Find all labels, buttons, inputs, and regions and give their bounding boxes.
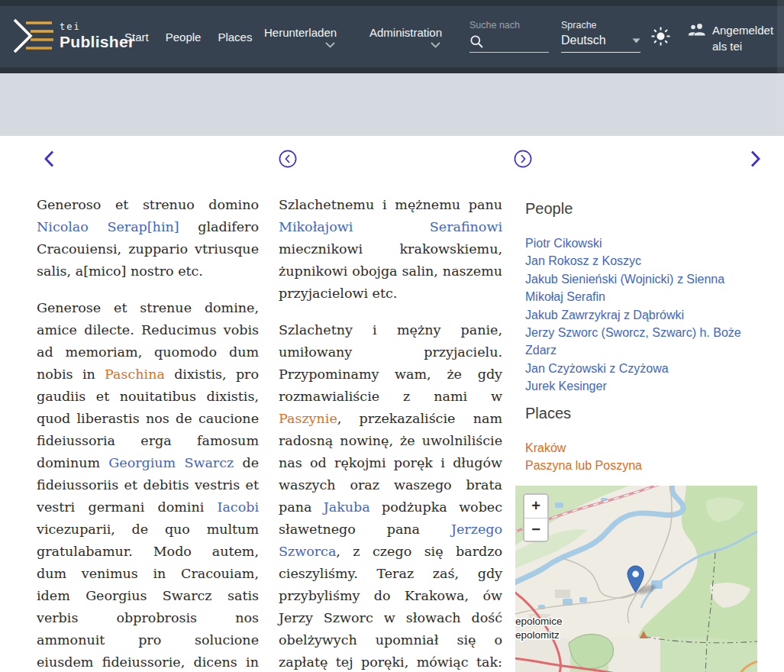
top-navbar: tei Publisher StartPeoplePlaces Herunter… bbox=[0, 0, 784, 73]
sidebar: People Piotr CikowskiJan Rokosz z Koszyc… bbox=[525, 199, 759, 474]
chevron-right-icon bbox=[750, 150, 762, 168]
list-item: Paszyna lub Poszyna bbox=[525, 457, 759, 474]
places-heading: Places bbox=[525, 403, 759, 423]
polish-text-column: Szlachetnemu i mężnemu panu Mikołajowi S… bbox=[279, 194, 502, 672]
map-zoom-out-button[interactable]: − bbox=[524, 518, 547, 541]
map-label-line2: iepolomitz bbox=[515, 629, 560, 641]
chevron-left-icon bbox=[43, 150, 55, 168]
people-list: Piotr CikowskiJan Rokosz z KoszycJakub S… bbox=[525, 234, 759, 396]
list-item: Piotr Cikowski bbox=[525, 234, 759, 252]
latin-text-column: Generoso et strenuo domino Nicolao Serap… bbox=[37, 194, 259, 672]
theme-toggle-button[interactable] bbox=[651, 27, 670, 49]
place-link[interactable]: Kraków bbox=[525, 441, 566, 454]
tei-publisher-app: tei Publisher StartPeoplePlaces Herunter… bbox=[0, 0, 784, 672]
person-link[interactable]: Georgium Swarcz bbox=[108, 455, 234, 470]
next-document-button[interactable] bbox=[750, 150, 762, 170]
chevron-down-icon bbox=[325, 42, 335, 48]
letter-paragraph: Generoso et strenuo domino Nicolao Serap… bbox=[37, 194, 259, 283]
nav-dropdown-administration[interactable]: Administration bbox=[369, 0, 442, 73]
breadcrumb: Letters > Piotr Cikowski i Jan Rokosz do… bbox=[0, 73, 784, 136]
language-field: Deutsch bbox=[561, 34, 640, 53]
search-box: Suche nach bbox=[469, 20, 549, 53]
logged-in-user[interactable]: Angemeldet als tei bbox=[688, 22, 773, 54]
person-link[interactable]: Jerzego Szworca bbox=[279, 522, 502, 559]
list-item: Kraków bbox=[525, 439, 759, 457]
letter-paragraph: Szlachetny i mężny panie, umiłowany przy… bbox=[279, 319, 502, 672]
download-label: Herunterladen bbox=[264, 26, 337, 39]
place-link[interactable]: Paszynie bbox=[279, 411, 337, 426]
list-item: Jakub Zawrzykraj z Dąbrówki bbox=[525, 306, 759, 324]
search-input[interactable] bbox=[484, 35, 539, 49]
list-item: Jan Czyżowski z Czyżowa bbox=[525, 360, 759, 377]
nav-item-start[interactable]: Start bbox=[124, 31, 149, 44]
language-label: Sprache bbox=[561, 20, 640, 31]
list-item: Jakub Sienieński (Wojnicki) z Sienna bbox=[525, 270, 759, 288]
administration-label: Administration bbox=[369, 26, 442, 39]
page-scrollbar[interactable] bbox=[777, 0, 784, 672]
map-zoom-control: + − bbox=[523, 493, 549, 542]
nav-item-places[interactable]: Places bbox=[218, 31, 252, 44]
person-link[interactable]: Jan Rokosz z Koszyc bbox=[525, 254, 641, 267]
person-link[interactable]: Iacobi bbox=[218, 499, 259, 515]
list-item: Mikołaj Serafin bbox=[525, 288, 759, 305]
user-status-label: Angemeldet als tei bbox=[712, 22, 773, 54]
search-label: Suche nach bbox=[469, 20, 549, 31]
language-select[interactable]: Sprache Deutsch bbox=[561, 20, 640, 53]
person-link[interactable]: Jakuba bbox=[324, 499, 370, 515]
person-link[interactable]: Jurek Kesinger bbox=[525, 380, 607, 393]
previous-page-button[interactable] bbox=[278, 149, 298, 171]
person-link[interactable]: Jakub Zawrzykraj z Dąbrówki bbox=[525, 309, 684, 321]
person-link[interactable]: Piotr Cikowski bbox=[525, 237, 602, 250]
map-label-line1: iepolomice bbox=[515, 615, 563, 627]
person-link[interactable]: Jerzy Szworc (Sworcz, Szwarc) h. Boże Zd… bbox=[525, 326, 741, 357]
places-list: KrakówPaszyna lub Poszyna bbox=[525, 439, 759, 475]
nav-dropdown-download[interactable]: Herunterladen bbox=[264, 0, 337, 73]
list-item: Jan Rokosz z Koszyc bbox=[525, 252, 759, 270]
map-marker-icon[interactable] bbox=[628, 566, 664, 598]
person-link[interactable]: Nicolao Serap[hin] bbox=[37, 219, 179, 234]
nav-item-people[interactable]: People bbox=[166, 31, 202, 44]
dropdown-arrow-icon bbox=[632, 38, 640, 44]
people-heading: People bbox=[525, 199, 759, 218]
letter-paragraph: Generose et strenue domine, amice dilect… bbox=[37, 297, 259, 672]
map[interactable]: iepolomice iepolomitz + − bbox=[515, 486, 757, 672]
search-icon[interactable] bbox=[469, 34, 484, 49]
language-value: Deutsch bbox=[561, 34, 606, 47]
person-link[interactable]: Mikołajowi Serafinowi bbox=[279, 219, 502, 234]
letter-paragraph: Szlachetnemu i mężnemu panu Mikołajowi S… bbox=[279, 194, 502, 305]
logo-publisher-label: Publisher bbox=[60, 34, 134, 50]
next-page-button[interactable] bbox=[513, 149, 533, 171]
list-item: Jerzy Szworc (Sworcz, Szwarc) h. Boże Zd… bbox=[525, 324, 759, 360]
person-link[interactable]: Jakub Sienieński (Wojnicki) z Sienna bbox=[525, 273, 724, 286]
chevron-right-circle-icon bbox=[513, 149, 533, 169]
previous-document-button[interactable] bbox=[43, 150, 55, 170]
list-item: Jurek Kesinger bbox=[525, 377, 759, 395]
map-zoom-in-button[interactable]: + bbox=[524, 495, 547, 518]
user-group-icon bbox=[688, 22, 706, 36]
logo-tei-label: tei bbox=[60, 22, 134, 31]
sun-icon bbox=[651, 27, 670, 46]
search-field bbox=[469, 34, 549, 53]
logo-mark-icon bbox=[12, 17, 53, 55]
logo-text: tei Publisher bbox=[60, 22, 134, 50]
place-link[interactable]: Paszyna lub Poszyna bbox=[525, 459, 642, 472]
place-link[interactable]: Paschina bbox=[105, 367, 165, 382]
chevron-left-circle-icon bbox=[278, 149, 298, 169]
chevron-down-icon bbox=[431, 42, 440, 48]
person-link[interactable]: Mikołaj Serafin bbox=[525, 290, 605, 303]
tei-publisher-logo[interactable]: tei Publisher bbox=[12, 17, 134, 55]
document-view: Generoso et strenuo domino Nicolao Serap… bbox=[0, 136, 784, 672]
person-link[interactable]: Jan Czyżowski z Czyżowa bbox=[525, 362, 669, 375]
main-nav: StartPeoplePlaces bbox=[124, 0, 269, 73]
